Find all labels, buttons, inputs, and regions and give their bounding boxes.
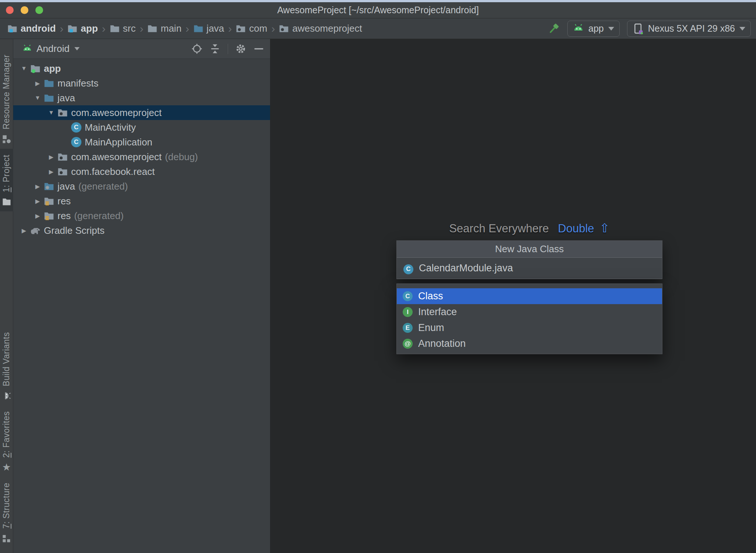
- breadcrumb-item-main[interactable]: main: [147, 23, 181, 34]
- popup-item-class[interactable]: C Class: [397, 288, 662, 304]
- breadcrumb-item-app[interactable]: app: [67, 23, 98, 34]
- kind-list: C Class I Interface E Enum @ Annotation: [396, 283, 662, 354]
- tool-window-button-1-project[interactable]: 1: Project: [0, 149, 13, 211]
- tool-window-button-7-structure[interactable]: 7: Structure: [0, 477, 13, 548]
- tree-item-label: manifests: [57, 78, 98, 89]
- expand-arrow-icon[interactable]: ▶: [33, 198, 42, 205]
- popup-item-label: Class: [418, 290, 443, 302]
- folder-icon: [110, 24, 120, 34]
- tree-item-label: java: [57, 92, 75, 104]
- popup-item-annotation[interactable]: @ Annotation: [397, 336, 662, 352]
- tree-item-com-facebook-react[interactable]: ▶ com.facebook.react: [13, 164, 270, 179]
- generated-source-folder-icon: [44, 181, 54, 191]
- app-module-folder-icon: [30, 63, 41, 74]
- chevron-down-icon: [739, 27, 745, 31]
- tree-item-manifests[interactable]: ▶ manifests: [13, 76, 270, 91]
- expand-arrow-icon[interactable]: ▶: [46, 154, 56, 161]
- breadcrumb-separator: ›: [102, 22, 106, 35]
- expand-arrow-icon[interactable]: ▼: [46, 109, 56, 116]
- zoom-window-button[interactable]: [35, 6, 43, 14]
- tree-item-mainactivity[interactable]: C MainActivity: [13, 120, 270, 135]
- breadcrumb-label: app: [81, 23, 98, 34]
- tree-item-com-awesomeproject-debug[interactable]: ▶ com.awesomeproject (debug): [13, 149, 270, 164]
- popup-item-interface[interactable]: I Interface: [397, 304, 662, 320]
- expand-arrow-icon[interactable]: ▶: [33, 183, 42, 190]
- package-icon: [236, 24, 246, 34]
- expand-arrow-icon[interactable]: ▼: [19, 65, 29, 72]
- tree-item-app[interactable]: ▼ app: [13, 61, 270, 76]
- build-hammer-icon[interactable]: [547, 22, 560, 35]
- expand-arrow-icon[interactable]: ▶: [19, 227, 29, 234]
- tree-item-label: res: [57, 210, 71, 222]
- titlebar[interactable]: AwesomeProject [~/src/AwesomeProject/and…: [0, 2, 756, 18]
- tree-item-res[interactable]: ▶ res: [13, 194, 270, 208]
- gradle-icon: [30, 225, 41, 236]
- tree-item-label: app: [44, 63, 61, 74]
- source-folder-icon: [193, 24, 203, 34]
- structure-icon: [2, 533, 11, 543]
- breadcrumb-label: awesomeproject: [292, 23, 362, 34]
- expand-arrow-icon[interactable]: ▶: [46, 168, 56, 175]
- breadcrumb-separator: ›: [186, 22, 189, 35]
- tree-item-suffix: (debug): [165, 151, 198, 163]
- tool-window-button-build-variants[interactable]: Build Variants: [0, 326, 13, 405]
- build-variants-icon: [2, 391, 11, 401]
- breadcrumb-label: com: [249, 23, 267, 34]
- popup-item-label: Annotation: [418, 338, 466, 349]
- device-label: Nexus 5X API 29 x86: [648, 23, 735, 34]
- breadcrumb-item-awesomeproject[interactable]: awesomeproject: [279, 23, 362, 34]
- breadcrumb-label: android: [21, 23, 56, 34]
- close-window-button[interactable]: [6, 6, 14, 14]
- popup-item-enum[interactable]: E Enum: [397, 320, 662, 336]
- tool-window-bar: Resource Manager 1: Project Build Varian…: [0, 39, 13, 553]
- project-view-selector[interactable]: Android: [22, 43, 80, 54]
- breadcrumb-item-src[interactable]: src: [110, 23, 136, 34]
- annotation-icon: @: [403, 339, 413, 349]
- tool-window-button-resource-manager[interactable]: Resource Manager: [0, 49, 13, 149]
- source-folder-icon: [44, 93, 54, 103]
- settings-icon[interactable]: [235, 43, 246, 54]
- breadcrumb-separator: ›: [140, 22, 143, 35]
- favorites-icon: ★: [2, 462, 11, 472]
- res-folder-icon: [44, 211, 54, 221]
- window-title: AwesomeProject [~/src/AwesomeProject/and…: [0, 5, 756, 15]
- tree-item-suffix: (generated): [78, 181, 128, 192]
- tool-window-label: 7: Structure: [1, 483, 11, 529]
- popup-item-label: Enum: [418, 322, 444, 334]
- tree-item-java[interactable]: ▼ java: [13, 91, 270, 105]
- locate-icon[interactable]: [192, 43, 202, 54]
- tree-item-gradle-scripts[interactable]: ▶ Gradle Scripts: [13, 223, 270, 238]
- hide-icon[interactable]: [253, 43, 264, 54]
- new-class-dialog: New Java Class C CalendarModule.java: [396, 240, 662, 279]
- expand-arrow-icon[interactable]: ▶: [33, 80, 42, 87]
- window-controls: [6, 2, 43, 18]
- expand-arrow-icon[interactable]: ▼: [33, 95, 42, 101]
- tree-item-mainapplication[interactable]: C MainApplication: [13, 135, 270, 149]
- breadcrumb-item-java[interactable]: java: [193, 23, 224, 34]
- class-icon: C: [403, 262, 413, 274]
- class-name-input[interactable]: C CalendarModule.java: [397, 258, 662, 279]
- breadcrumb-item-android[interactable]: android: [7, 23, 56, 34]
- project-panel-header: Android: [13, 39, 270, 59]
- tree-item-label: com.awesomeproject: [71, 107, 162, 119]
- project-tree: ▼ app ▶ manifests ▼ java ▼ com.awesomepr…: [13, 59, 270, 553]
- android-icon: [22, 44, 32, 54]
- toolbar-separator: [228, 44, 228, 54]
- tree-item-label: MainActivity: [85, 122, 136, 133]
- tree-item-com-awesomeproject[interactable]: ▼ com.awesomeproject: [13, 105, 270, 120]
- android-studio-window: AwesomeProject [~/src/AwesomeProject/and…: [0, 0, 756, 553]
- project-tool-window: Android ▼ app ▶ manifests ▼ java ▼ com.a…: [13, 39, 270, 553]
- device-select[interactable]: Nexus 5X API 29 x86: [627, 21, 751, 37]
- tree-item-res-generated[interactable]: ▶ res (generated): [13, 208, 270, 223]
- hint-shortcut: Double: [558, 222, 594, 235]
- minimize-window-button[interactable]: [21, 6, 28, 14]
- panel-actions: [192, 43, 264, 54]
- chevron-down-icon: [608, 27, 614, 31]
- run-config-select[interactable]: app: [567, 21, 620, 37]
- collapse-all-icon[interactable]: [210, 43, 220, 54]
- expand-arrow-icon[interactable]: ▶: [33, 212, 42, 219]
- tree-item-java-generated[interactable]: ▶ java (generated): [13, 179, 270, 194]
- breadcrumb-item-com[interactable]: com: [236, 23, 267, 34]
- breadcrumb-label: main: [161, 23, 181, 34]
- tool-window-button-2-favorites[interactable]: 2: Favorites ★: [0, 405, 13, 477]
